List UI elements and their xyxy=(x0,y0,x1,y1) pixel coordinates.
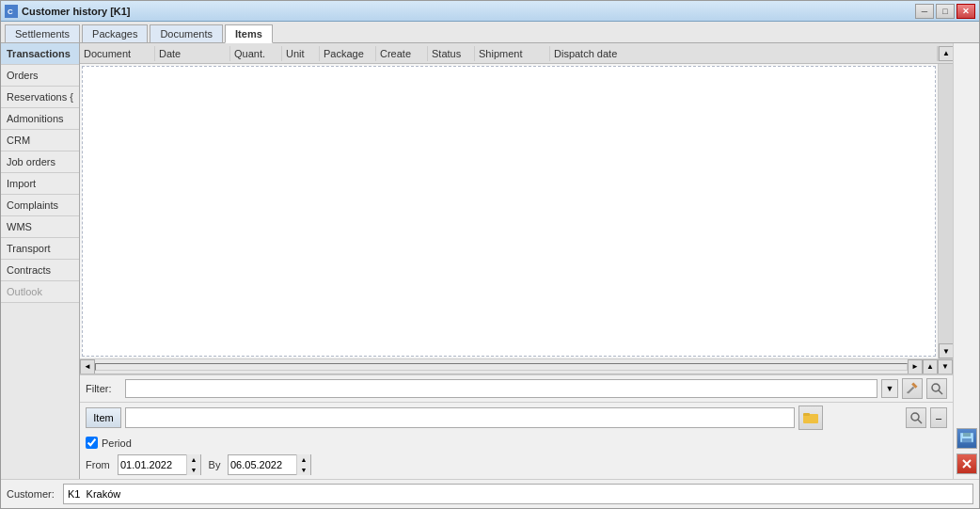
customer-input[interactable] xyxy=(63,484,973,504)
sidebar-item-job-orders[interactable]: Job orders xyxy=(1,151,79,173)
period-row: Period xyxy=(80,433,953,453)
right-content: Document Date Quant. Unit Package Create… xyxy=(80,43,953,479)
item-button[interactable]: Item xyxy=(86,407,121,428)
period-checkbox[interactable] xyxy=(86,437,98,449)
right-action-buttons xyxy=(953,43,979,479)
sidebar-item-outlook[interactable]: Outlook xyxy=(1,281,79,303)
scroll-down-button[interactable]: ▼ xyxy=(939,343,953,358)
left-sidebar: Transactions Orders Reservations { Admon… xyxy=(1,43,80,479)
filter-search-button[interactable] xyxy=(926,378,947,399)
main-window: C Customer history [K1] ─ □ ✕ Settlement… xyxy=(0,0,980,509)
date-by-up[interactable]: ▲ xyxy=(297,454,310,465)
folder-icon xyxy=(803,411,818,424)
scroll-down-corner[interactable]: ▼ xyxy=(938,359,953,374)
sidebar-item-transport[interactable]: Transport xyxy=(1,238,79,260)
col-status: Status xyxy=(428,46,475,61)
bottom-section: Filter: ▼ xyxy=(80,374,953,479)
date-from-spinner: ▲ ▼ xyxy=(186,454,200,475)
tab-packages[interactable]: Packages xyxy=(82,24,148,42)
vertical-scroll-track[interactable]: ▼ xyxy=(938,64,953,358)
save-button[interactable] xyxy=(956,428,977,449)
main-area: Transactions Orders Reservations { Admon… xyxy=(1,43,979,479)
col-create: Create xyxy=(376,46,428,61)
date-from-up[interactable]: ▲ xyxy=(187,454,200,465)
date-from-wrapper: ▲ ▼ xyxy=(118,454,201,475)
app-icon: C xyxy=(5,5,18,18)
title-buttons: ─ □ ✕ xyxy=(915,4,975,19)
date-by-spinner: ▲ ▼ xyxy=(296,454,310,475)
scroll-up-button[interactable]: ▲ xyxy=(939,46,953,61)
item-folder-button[interactable] xyxy=(798,406,823,430)
sidebar-item-wms[interactable]: WMS xyxy=(1,216,79,238)
search-icon xyxy=(930,382,943,395)
item-row: Item xyxy=(80,402,953,433)
date-by-input[interactable] xyxy=(229,459,296,470)
sidebar-item-complaints[interactable]: Complaints xyxy=(1,195,79,216)
sidebar-item-reservations[interactable]: Reservations { xyxy=(1,87,79,108)
close-x-button[interactable] xyxy=(956,453,977,474)
date-from-down[interactable]: ▼ xyxy=(187,465,200,475)
col-shipment: Shipment xyxy=(475,46,550,61)
window-title: Customer history [K1] xyxy=(22,6,915,17)
customer-bar: Customer: xyxy=(1,479,979,508)
item-input[interactable] xyxy=(125,407,795,428)
svg-line-6 xyxy=(939,390,942,394)
svg-point-9 xyxy=(911,413,919,421)
svg-rect-13 xyxy=(962,438,972,442)
minimize-button[interactable]: ─ xyxy=(915,4,934,19)
svg-text:C: C xyxy=(8,8,13,16)
svg-line-10 xyxy=(918,420,922,423)
col-document: Document xyxy=(80,46,155,61)
sidebar-item-admonitions[interactable]: Admonitions xyxy=(1,108,79,130)
sidebar-item-contracts[interactable]: Contracts xyxy=(1,260,79,281)
close-button[interactable]: ✕ xyxy=(956,4,975,19)
tab-settlements[interactable]: Settlements xyxy=(5,24,80,42)
date-by-down[interactable]: ▼ xyxy=(297,465,310,475)
filter-row: Filter: ▼ xyxy=(80,374,953,402)
horizontal-scrollbar: ◄ ► ▲ ▼ xyxy=(80,358,953,374)
save-icon xyxy=(960,433,973,444)
col-quant: Quant. xyxy=(230,46,282,61)
sidebar-item-orders[interactable]: Orders xyxy=(1,65,79,87)
filter-input[interactable] xyxy=(125,379,877,398)
close-x-icon xyxy=(962,459,972,469)
scroll-left-button[interactable]: ◄ xyxy=(80,359,95,374)
svg-point-5 xyxy=(932,384,940,391)
title-bar: C Customer history [K1] ─ □ ✕ xyxy=(1,1,979,22)
table-body-container: ▼ xyxy=(80,64,953,358)
by-label: By xyxy=(205,459,224,470)
col-unit: Unit xyxy=(282,46,320,61)
tab-documents[interactable]: Documents xyxy=(150,24,223,42)
vertical-scrollbar[interactable]: ▲ xyxy=(938,46,953,61)
item-minus-button[interactable]: – xyxy=(930,407,947,428)
sidebar-item-crm[interactable]: CRM xyxy=(1,130,79,151)
sidebar-item-transactions[interactable]: Transactions xyxy=(1,43,79,65)
filter-edit-button[interactable] xyxy=(902,378,923,399)
table-header: Document Date Quant. Unit Package Create… xyxy=(80,43,953,64)
date-by-wrapper: ▲ ▼ xyxy=(228,454,311,475)
filter-dropdown-button[interactable]: ▼ xyxy=(881,379,898,398)
filter-label: Filter: xyxy=(86,383,121,394)
col-package: Package xyxy=(320,46,376,61)
col-date: Date xyxy=(155,46,230,61)
customer-label: Customer: xyxy=(7,488,57,500)
from-label: From xyxy=(86,459,114,470)
date-from-input[interactable] xyxy=(119,459,186,470)
item-search-icon xyxy=(909,411,923,424)
content-area: Settlements Packages Documents Items Tra… xyxy=(1,22,979,508)
maximize-button[interactable]: □ xyxy=(936,4,955,19)
h-scroll-track[interactable] xyxy=(95,363,908,371)
top-tab-bar: Settlements Packages Documents Items xyxy=(1,22,979,43)
col-dispatch-date: Dispatch date xyxy=(550,46,938,61)
date-row: From ▲ ▼ By ▲ xyxy=(80,453,953,479)
scroll-track xyxy=(939,64,953,343)
tab-items[interactable]: Items xyxy=(225,24,273,43)
svg-rect-8 xyxy=(803,413,810,416)
period-label: Period xyxy=(102,437,132,449)
item-search-button[interactable] xyxy=(906,407,926,428)
scroll-up-corner[interactable]: ▲ xyxy=(923,359,938,374)
sidebar-item-import[interactable]: Import xyxy=(1,173,79,195)
svg-rect-12 xyxy=(963,433,971,437)
pencil-icon xyxy=(906,382,919,395)
scroll-right-button[interactable]: ► xyxy=(908,359,923,374)
